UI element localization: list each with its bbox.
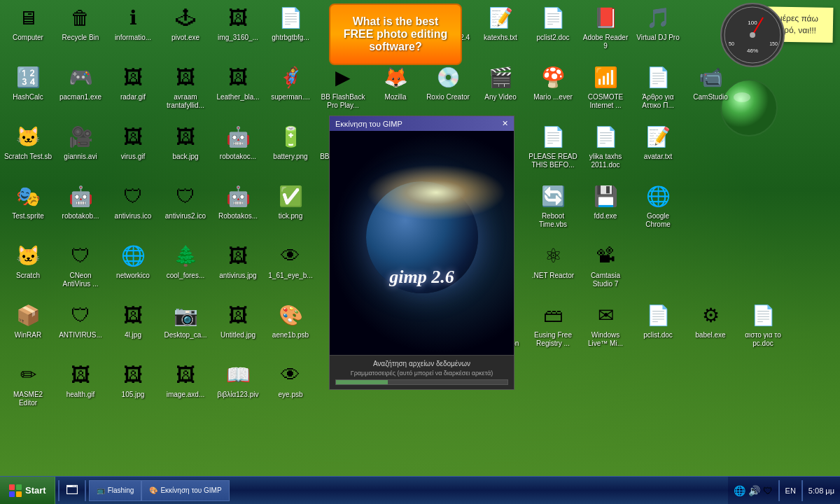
icon-label-pclist: pclist.doc [634,331,682,340]
desktop-icon-backjpg[interactable]: 🖼 back.jpg [161,122,210,161]
desktop-icon-arthro[interactable]: 📄 Άρθρο για Αττικο Π... [634,63,682,110]
desktop-icon-avraam[interactable]: 🖼 avraam trantafyllid... [161,63,210,110]
desktop-icon-please-read[interactable]: 📄 PLEASE READ THIS BEFO... [528,122,578,169]
desktop-icon-leather[interactable]: 🖼 Leather_bla... [214,63,262,102]
icon-label-bbflashback: BB FlashBack Pro Play... [318,93,368,110]
desktop-icon-cosmote[interactable]: 📶 COSMOTE Internet ... [581,63,630,110]
desktop-icon-winrar[interactable]: 📦 WinRAR [4,301,52,340]
icon-label-health-gif: health.gif [56,391,105,399]
icon-label-masme: MASME2 Editor [4,391,52,407]
desktop-icon-net-reactor[interactable]: ⚛ .NET Reactor [528,241,578,280]
desktop-icon-recycle-bin[interactable]: 🗑 Recycle Bin [56,4,105,42]
desktop-icon-pacman[interactable]: 🎮 pacman1.exe [56,63,105,102]
close-icon[interactable]: ✕ [502,119,508,128]
desktop-icon-babelexe[interactable]: ⚙ babel.exe [686,301,735,340]
desktop-icon-networkico[interactable]: 🌐 networkico [108,241,158,280]
desktop-icon-robotakos[interactable]: 🤖 Robotakos... [214,182,262,220]
desktop-icon-vdj[interactable]: 🎵 Virtual DJ Pro [634,4,682,42]
desktop-icon-mario[interactable]: 🍄 Mario ...ever [528,63,578,102]
desktop-icon-scratch[interactable]: 🐱 Scratch Test.sb [4,122,52,161]
gimp-splash-title-text: Εκκίνηση του GIMP [335,120,402,128]
desktop-icon-superman[interactable]: 🦸 superman.... [266,63,315,102]
desktop-icon-pclist2[interactable]: 📄 pclist2.doc [528,4,578,42]
desktop-icon-eye-b[interactable]: 👁 1_61_eye_b... [266,241,315,280]
desktop-icon-bbflashback[interactable]: ▶ BB FlashBack Pro Play... [318,63,368,110]
show-desktop-icon[interactable]: 🗔 [66,483,78,498]
start-button[interactable]: Start [0,477,55,505]
taskbar-gimp-button[interactable]: 🎨 Εκκίνηση του GIMP [141,480,229,501]
desktop-icon-avatar[interactable]: 📝 avatar.txt [634,122,682,161]
taskbar-flashing-button[interactable]: 📺 Flashing [89,480,142,501]
desktop-icon-robotakoc[interactable]: 🤖 robotakoc... [214,122,262,161]
desktop-icon-105jpg[interactable]: 🖼 105.jpg [108,360,158,399]
desktop-icon-antivirus-prog[interactable]: 🛡 ANTIVIRUS... [56,301,105,340]
desktop-icon-desktop-cam[interactable]: 📷 Desktop_ca... [161,301,210,340]
desktop-icon-antivirus2[interactable]: 🛡 antivirus2.ico [161,182,210,220]
icon-label-katexhs: katexhs.txt [476,34,525,42]
icon-image-pacman: 🎮 [66,63,94,91]
language-indicator[interactable]: EN [785,486,796,495]
gimp-splash-titlebar[interactable]: Εκκίνηση του GIMP ✕ [330,116,514,131]
icon-label-arthro: Άρθρο για Αττικο Π... [634,93,682,110]
desktop-icon-katexhs[interactable]: 📝 katexhs.txt [476,4,525,42]
desktop-icon-aene1b[interactable]: 🎨 aene1b.psb [266,301,315,340]
desktop-icon-cool-fores[interactable]: 🌲 cool_fores... [161,241,210,280]
desktop-icon-robotakob[interactable]: 🤖 robotakob... [56,182,105,220]
desktop-icon-4ljpg[interactable]: 🖼 4l.jpg [108,301,158,340]
desktop-icon-pclist[interactable]: 📄 pclist.doc [634,301,682,340]
desktop-icon-antivirus-ico[interactable]: 🛡 antivirus.ico [108,182,158,220]
desktop-icon-fdd[interactable]: 💾 fdd.exe [581,182,630,220]
icon-image-tick: ✅ [276,182,304,210]
desktop-icon-health-gif[interactable]: 🖼 health.gif [56,360,105,399]
desktop-icon-biblia123[interactable]: 📖 βιβλία123.piv [214,360,262,399]
desktop-icon-img3160[interactable]: 🖼 img_3160_... [214,4,262,42]
desktop-icon-tick[interactable]: ✅ tick.png [266,182,315,220]
desktop-icon-pivot[interactable]: 🕹 pivot.exe [161,4,210,42]
desktop-icon-scratch2[interactable]: 🐱 Scratch [4,241,52,280]
icon-image-4ljpg: 🖼 [119,301,147,329]
icon-image-computer: 🖥 [14,4,42,31]
desktop-icon-antivirus-jpg[interactable]: 🖼 antivirus.jpg [214,241,262,280]
desktop-icon-masme[interactable]: ✏ MASME2 Editor [4,360,52,407]
desktop-icon-radar[interactable]: 🖼 radar.gif [108,63,158,102]
icon-label-mozilla: Mozilla [371,93,420,102]
desktop-icon-untitled[interactable]: 🖼 Untitled.jpg [214,301,262,340]
desktop-icon-information[interactable]: ℹ informatio... [108,4,158,42]
ad-popup[interactable]: What is the best FREE photo editing soft… [329,4,462,65]
icon-label-recycle-bin: Recycle Bin [56,34,105,42]
desktop-icon-hashcalc[interactable]: 🔢 HashCalc [4,63,52,102]
desktop-icon-aisto[interactable]: 📄 αιστο για το pc.doc [738,301,788,348]
desktop-icon-ghtrbgtbfg[interactable]: 📄 ghtrbgtbfg... [266,4,315,42]
desktop-icon-computer[interactable]: 🖥 Computer [4,4,52,42]
gimp-glow [366,164,506,220]
desktop-icon-cneon[interactable]: 🛡 CNeon AntiVirus ... [56,241,105,288]
icon-image-eusing: 🗃 [539,301,567,329]
icon-label-giannis-avi: giannis.avi [56,153,105,161]
gimp-status-text: Αναζήτηση αρχείων δεδομένων [335,360,508,368]
desktop-icon-ylika[interactable]: 📄 ylika taxhs 2011.doc [581,122,630,169]
desktop-icon-camstudio[interactable]: 📹 CamStudio [686,63,735,102]
desktop-icon-eusing[interactable]: 🗃 Eusing Free Registry ... [528,301,578,348]
desktop-icon-roxio[interactable]: 💿 Roxio Creator [424,63,472,102]
icon-label-virus: virus.gif [108,153,158,161]
desktop-icon-camtasia[interactable]: 📽 Camtasia Studio 7 [581,241,630,288]
gimp-splash: Εκκίνηση του GIMP ✕ gimp 2.6 Αναζήτηση α… [329,115,514,390]
desktop-icon-reboot[interactable]: 🔄 Reboot Time.vbs [528,182,578,229]
desktop-icon-adobe-reader[interactable]: 📕 Adobe Reader 9 [581,4,630,50]
desktop-icon-mozilla[interactable]: 🦊 Mozilla [371,63,420,102]
network-tray-icon: 🌐 [734,485,746,496]
desktop-icon-test-sprite[interactable]: 🎭 Test.sprite [4,182,52,220]
desktop-icon-anyvideo[interactable]: 🎬 Any Video [476,63,525,102]
desktop-icon-windows-live[interactable]: ✉ Windows Live™ Mi... [581,301,630,348]
desktop-icon-virus[interactable]: 🖼 virus.gif [108,122,158,161]
icon-label-pacman: pacman1.exe [56,93,105,102]
desktop-icon-google-chrome-icon[interactable]: 🌐 Google Chrome [634,182,682,229]
desktop-icon-eyepsb[interactable]: 👁 eye.psb [266,360,315,399]
icon-image-test-sprite: 🎭 [14,182,42,210]
desktop-icon-image-axd[interactable]: 🖼 image.axd... [161,360,210,399]
desktop-icon-giannis-avi[interactable]: 🎥 giannis.avi [56,122,105,161]
desktop-icon-battery[interactable]: 🔋 battery.png [266,122,315,161]
icon-label-antivirus-prog: ANTIVIRUS... [56,331,105,340]
icon-label-scratch2: Scratch [4,272,52,280]
icon-label-test-sprite: Test.sprite [4,212,52,220]
